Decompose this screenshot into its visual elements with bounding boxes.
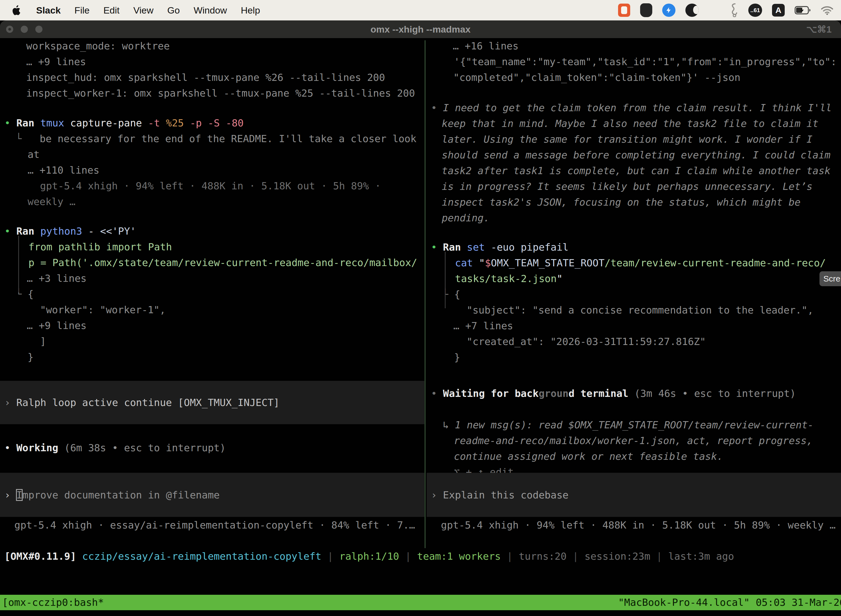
menu-item-go[interactable]: Go: [160, 5, 186, 15]
terminal-text-segment: d terminal: [568, 388, 629, 399]
apple-menu-icon[interactable]: [12, 5, 22, 16]
terminal-text-segment: |: [567, 551, 585, 562]
terminal-text-segment: groun: [539, 388, 568, 399]
terminal-line: }: [426, 349, 841, 365]
terminal-line: "subject": "send a concise recommendatio…: [426, 302, 841, 318]
percent-badge-icon[interactable]: ..61: [748, 4, 762, 17]
ran-cat-task2: • Ran set -euo pipefailcat "$OMX_TEAM_ST…: [426, 239, 841, 365]
terminal-line: … +7 lines: [426, 318, 841, 334]
terminal-line: cat "$OMX_TEAM_STATE_ROOT/team/review-cu…: [426, 255, 841, 271]
terminal-line: at: [0, 147, 424, 162]
menu-left: SlackFileEditViewGoWindowHelp: [0, 5, 267, 16]
terminal-text-segment: gpt-5.4 xhigh · essay/ai-reimplementatio…: [14, 519, 415, 531]
terminal-line: gpt-5.4 xhigh · 94% left · 488K in · 5.1…: [426, 517, 841, 533]
terminal-text-segment: ↳: [443, 419, 455, 431]
prompt-input-left[interactable]: › Improve documentation in @filename: [0, 473, 424, 517]
terminal-text-segment: -p -S -80: [190, 117, 244, 129]
terminal-line: "completed","claim_token":"claim-token"}…: [426, 70, 841, 85]
terminal-line: • Ran tmux capture-pane -t %25 -p -S -80: [0, 115, 424, 131]
terminal-text-segment: (3m 46s • esc to interrupt): [628, 388, 796, 399]
terminal-text-segment: ›: [431, 489, 443, 501]
ralph-loop-banner[interactable]: › Ralph loop active continue [OMX_TMUX_I…: [0, 381, 424, 424]
terminal-text-segment: }: [28, 351, 34, 363]
terminal-line: ]: [0, 333, 424, 349]
menu-item-edit[interactable]: Edit: [97, 5, 127, 15]
macos-menu-bar: SlackFileEditViewGoWindowHelp ..61 A: [0, 0, 841, 21]
terminal-line: › Explain this codebase: [426, 487, 841, 503]
terminal-line: p = Path('.omx/state/team/review-current…: [0, 255, 424, 270]
menu-item-window[interactable]: Window: [187, 5, 234, 15]
terminal-text-segment: └: [16, 133, 22, 144]
terminal-text-segment: Ralph loop active continue [OMX_TMUX_INJ…: [16, 397, 280, 408]
minimize-button[interactable]: [21, 26, 28, 33]
terminal-line: pending.: [426, 210, 841, 226]
terminal-text-segment: •: [431, 242, 443, 253]
terminal-text-segment: •: [431, 388, 443, 399]
tmux-status-bar: [omx-cczip0:bash* "MacBook-Pro-44.local"…: [0, 595, 841, 610]
input-source-icon[interactable]: A: [772, 4, 785, 16]
terminal-text-segment: [76, 551, 82, 562]
menu-item-slack[interactable]: Slack: [29, 5, 67, 15]
terminal-text-segment: -t: [148, 117, 166, 129]
wifi-icon[interactable]: [820, 6, 833, 15]
terminal-line: gpt-5.4 xhigh · essay/ai-reimplementatio…: [0, 517, 424, 533]
terminal-text-segment: '{"team_name":"my-team","task_id":"1","f…: [454, 56, 837, 67]
thinking-paragraph: • I need to get the claim token from the…: [426, 100, 841, 226]
menu-status-icons: ..61 A: [618, 3, 841, 17]
terminal-text-segment: weekly …: [28, 196, 75, 207]
keypad-shield-icon[interactable]: [640, 3, 652, 17]
terminal-text-segment: keep that in mind. Maybe I also need the…: [442, 118, 818, 129]
terminal-text-segment: -euo pipefail: [491, 242, 568, 253]
menu-item-help[interactable]: Help: [234, 5, 267, 15]
terminal-text-segment: mprove documentation in @filename: [22, 489, 220, 501]
terminal-text-segment: from pathlib import Path: [28, 241, 172, 252]
terminal-line: is in progress? It seems likely but perh…: [426, 179, 841, 194]
terminal-text-segment: turns:20: [519, 551, 567, 562]
terminal-text-segment: •: [4, 117, 16, 129]
messenger-badge-icon[interactable]: [662, 4, 675, 17]
contrast-circle-icon[interactable]: [686, 4, 699, 17]
terminal-text-segment: •: [431, 102, 443, 113]
terminal-line: '{"team_name":"my-team","task_id":"1","f…: [426, 54, 841, 70]
right-terminal-pane[interactable]: … +16 lines'{"team_name":"my-team","task…: [426, 38, 841, 581]
terminal-text-segment: p = Path('.omx/state/team/review-current…: [28, 257, 417, 268]
model-status-right: gpt-5.4 xhigh · 94% left · 488K in · 5.1…: [426, 517, 841, 533]
desktop: SlackFileEditViewGoWindowHelp ..61 A: [0, 0, 841, 616]
zoom-button[interactable]: [35, 26, 42, 33]
prompt-input-right[interactable]: › Explain this codebase: [426, 473, 841, 517]
terminal-text-segment: [OMX#0.11.9]: [4, 551, 76, 562]
terminal-text-segment: session:23m: [585, 551, 650, 562]
menu-item-file[interactable]: File: [67, 5, 97, 15]
dots-grid-icon[interactable]: [709, 4, 721, 16]
terminal-line: "worker": "worker-1",: [0, 302, 424, 318]
terminal-text-segment: should send a message before completing …: [442, 149, 831, 161]
battery-icon[interactable]: [795, 6, 811, 14]
window-title: omx --xhigh --madmax: [371, 24, 471, 35]
window-title-bar[interactable]: omx --xhigh --madmax ⌥⌘1: [0, 21, 841, 38]
terminal-text-segment: Ran: [16, 117, 40, 129]
left-terminal-pane[interactable]: workspace_mode: worktree… +9 linesinspec…: [0, 38, 424, 581]
tree-connector-bar: [18, 236, 19, 292]
terminal-line: weekly …: [0, 194, 424, 210]
terminal-text-segment: last:3m ago: [668, 551, 734, 562]
menu-item-view[interactable]: View: [126, 5, 160, 15]
terminal-line: should send a message before completing …: [426, 147, 841, 163]
terminal-text-segment: {: [454, 289, 460, 300]
terminal-text-segment: is in progress? It seems likely but perh…: [442, 181, 813, 192]
tmux-session-name: [omx-cczip0:bash*: [0, 595, 104, 610]
terminal-line: … +16 lines: [426, 38, 841, 54]
terminal-text-segment: %25: [166, 117, 190, 129]
terminal-text-segment: |: [501, 551, 519, 562]
waiting-background-terminal: • Waiting for background terminal (3m 46…: [426, 386, 841, 480]
terminal-text-segment: inspect_hud: omx sparkshell --tmux-pane …: [26, 72, 385, 83]
terminal-text-segment: … +110 lines: [28, 164, 99, 176]
close-button[interactable]: [6, 26, 13, 33]
window-shortcut-hint: ⌥⌘1: [806, 24, 832, 35]
squiggle-icon[interactable]: [731, 3, 738, 17]
terminal-line: continue assigned work or next feasible …: [426, 449, 841, 464]
tree-connector-bar: [445, 252, 445, 308]
recording-indicator-icon[interactable]: [618, 4, 630, 17]
terminal-line: [426, 401, 841, 417]
terminal-text-segment: ›: [4, 397, 16, 408]
tmux-pane-divider[interactable]: [425, 40, 425, 548]
